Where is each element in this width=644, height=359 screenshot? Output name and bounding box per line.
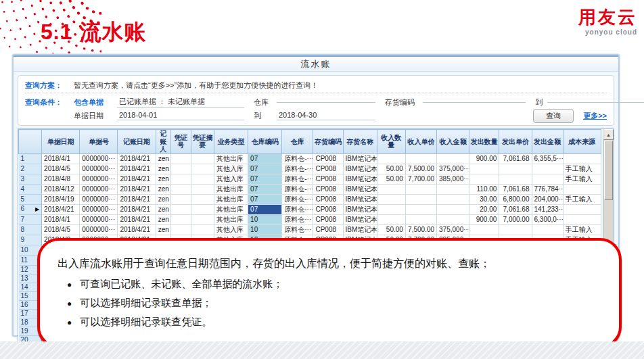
table-cell[interactable]: 07 xyxy=(248,174,282,184)
table-cell[interactable]: 其他出库 xyxy=(214,184,248,194)
table-cell[interactable]: 2018/4/21 xyxy=(118,153,156,164)
table-cell[interactable] xyxy=(405,153,436,164)
table-cell[interactable] xyxy=(563,204,601,214)
table-cell[interactable]: zen xyxy=(156,174,170,184)
table-cell[interactable]: 2018/4/12 xyxy=(42,184,80,194)
table-cell[interactable]: 07 xyxy=(248,153,282,164)
table-cell[interactable] xyxy=(170,194,191,204)
table-cell[interactable]: IBM笔记本 xyxy=(343,224,377,235)
table-cell[interactable]: 其他出库 xyxy=(214,194,248,204)
table-cell[interactable]: 7,000.00 xyxy=(499,214,532,224)
table-cell[interactable] xyxy=(563,184,601,194)
table-cell[interactable] xyxy=(377,214,405,224)
table-cell[interactable]: 2018/4/1 xyxy=(42,214,80,224)
table-cell[interactable]: zen xyxy=(156,184,170,194)
table-cell[interactable]: 385,000··· xyxy=(437,174,469,184)
inventory-code-from-field[interactable] xyxy=(423,101,526,103)
table-cell[interactable]: 10 xyxy=(248,214,282,224)
table-cell[interactable] xyxy=(191,214,214,224)
table-cell[interactable]: CP008 xyxy=(313,194,343,204)
row-number-cell[interactable]: 7 xyxy=(19,214,42,224)
table-cell[interactable]: 手工输入 xyxy=(563,164,601,174)
table-cell[interactable]: 原料仓-··· xyxy=(282,194,313,204)
table-cell[interactable]: 2018/4/21 xyxy=(118,164,156,174)
table-cell[interactable]: 原料仓··· xyxy=(282,224,313,235)
table-cell[interactable]: 375,000··· xyxy=(437,164,469,174)
table-cell[interactable]: 手工输入 xyxy=(563,174,601,184)
table-cell[interactable] xyxy=(170,204,191,214)
date-to-field[interactable]: 2018-04-30 xyxy=(277,111,375,120)
table-cell[interactable]: IBM笔记本 xyxy=(343,204,377,214)
table-cell[interactable] xyxy=(191,174,214,184)
table-cell[interactable] xyxy=(170,184,191,194)
row-number-cell[interactable]: 2 xyxy=(19,164,42,174)
row-number-cell[interactable]: 4 xyxy=(19,184,42,194)
table-cell[interactable] xyxy=(563,153,601,164)
table-cell[interactable]: 204,000··· xyxy=(532,194,563,204)
table-cell[interactable] xyxy=(469,164,499,174)
row-number-cell[interactable]: 3 xyxy=(19,174,42,184)
table-cell[interactable]: 50.00 xyxy=(377,164,405,174)
table-cell[interactable] xyxy=(170,174,191,184)
table-cell[interactable]: 776,784··· xyxy=(532,184,563,194)
table-cell[interactable]: 0000000··· xyxy=(80,224,118,235)
table-cell[interactable]: zen xyxy=(156,153,170,164)
table-cell[interactable]: IBM笔记本 xyxy=(343,184,377,194)
table-cell[interactable]: 0000000··· xyxy=(80,164,118,174)
table-cell[interactable]: 原料仓-··· xyxy=(282,184,313,194)
table-cell[interactable]: 原料仓-··· xyxy=(282,204,313,214)
table-cell[interactable]: 手工输入 xyxy=(563,194,601,204)
table-cell[interactable] xyxy=(191,204,214,214)
table-cell[interactable]: 原料仓-··· xyxy=(282,164,313,174)
table-cell[interactable] xyxy=(170,153,191,164)
table-cell[interactable]: CP008 xyxy=(313,204,343,214)
table-cell[interactable] xyxy=(437,184,469,194)
warehouse-field[interactable] xyxy=(277,101,375,103)
table-cell[interactable]: 2018/4/21 xyxy=(118,224,156,235)
table-cell[interactable]: 2018/4/21 xyxy=(42,204,80,214)
table-cell[interactable]: CP008 xyxy=(313,153,343,164)
table-cell[interactable]: 375,000··· xyxy=(437,224,469,235)
table-cell[interactable]: CP008 xyxy=(313,184,343,194)
table-cell[interactable] xyxy=(191,153,214,164)
date-from-field[interactable]: 2018-04-01 xyxy=(117,111,244,120)
table-cell[interactable]: 原料仓··· xyxy=(282,214,313,224)
table-cell[interactable] xyxy=(469,224,499,235)
table-cell[interactable] xyxy=(405,214,436,224)
table-cell[interactable] xyxy=(377,153,405,164)
table-cell[interactable]: 其他出库 xyxy=(214,153,248,164)
table-cell[interactable]: 2018/4/21 xyxy=(118,204,156,214)
table-cell[interactable]: 2018/4/21 xyxy=(118,174,156,184)
table-cell[interactable]: 0000000··· xyxy=(80,153,118,164)
table-cell[interactable]: 0000000··· xyxy=(80,204,118,214)
table-cell[interactable]: 50.00 xyxy=(377,174,405,184)
row-number-cell[interactable]: 6▶ xyxy=(19,204,42,214)
table-cell[interactable] xyxy=(499,224,532,235)
row-number-cell[interactable]: 8 xyxy=(19,224,42,235)
table-cell[interactable]: 2018/4/8 xyxy=(42,174,80,184)
table-cell[interactable]: 2018/4/21 xyxy=(118,184,156,194)
table-cell[interactable]: 2018/4/1 xyxy=(42,153,80,164)
table-cell[interactable]: 07 xyxy=(248,184,282,194)
table-cell[interactable] xyxy=(191,224,214,235)
table-cell[interactable] xyxy=(405,194,436,204)
table-cell[interactable]: 2018/4/5 xyxy=(42,164,80,174)
table-cell[interactable] xyxy=(469,174,499,184)
table-cell[interactable]: zen xyxy=(156,224,170,235)
table-cell[interactable] xyxy=(191,184,214,194)
table-cell[interactable]: 7,500.00 xyxy=(405,164,436,174)
table-cell[interactable]: 2018/4/21 xyxy=(118,214,156,224)
row-number-cell[interactable]: 9 xyxy=(19,235,42,245)
table-cell[interactable]: CP008 xyxy=(313,214,343,224)
table-cell[interactable] xyxy=(499,164,532,174)
table-cell[interactable]: 7,061.68 xyxy=(499,184,532,194)
table-cell[interactable]: zen xyxy=(156,214,170,224)
table-cell[interactable] xyxy=(377,194,405,204)
table-cell[interactable]: 其他出库 xyxy=(214,214,248,224)
table-cell[interactable] xyxy=(437,194,469,204)
table-cell[interactable]: 其他入库 xyxy=(214,224,248,235)
table-cell[interactable] xyxy=(437,214,469,224)
table-cell[interactable]: 其他入库 xyxy=(214,174,248,184)
table-cell[interactable] xyxy=(170,214,191,224)
table-cell[interactable] xyxy=(437,153,469,164)
